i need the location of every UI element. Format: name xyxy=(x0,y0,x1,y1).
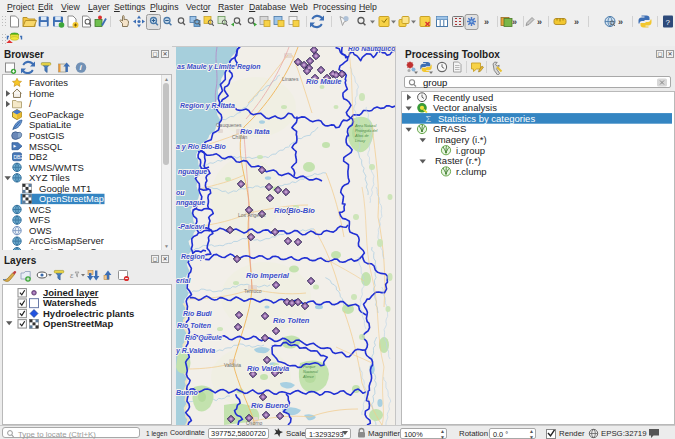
svg-text:nngague: nngague xyxy=(176,199,205,207)
svg-text:Protegida del: Protegida del xyxy=(355,129,378,133)
svg-text:SpatiaLite: SpatiaLite xyxy=(29,119,71,130)
svg-text:Río Bueno: Río Bueno xyxy=(251,401,289,410)
svg-text:group: group xyxy=(423,77,447,88)
svg-text:Favorites: Favorites xyxy=(29,77,68,88)
svg-text:Valdivia: Valdivia xyxy=(224,362,241,368)
svg-text:a y Rio Bio-Bio: a y Rio Bio-Bio xyxy=(176,143,227,151)
svg-text:Los Ángeles: Los Ángeles xyxy=(238,212,266,218)
svg-text:Altos de: Altos de xyxy=(354,134,369,138)
svg-text:Raster (r.*): Raster (r.*) xyxy=(435,155,481,166)
svg-text:Statistics by categories: Statistics by categories xyxy=(438,113,535,124)
svg-text:XYZ Tiles: XYZ Tiles xyxy=(29,172,70,183)
svg-text:Río Maule: Río Maule xyxy=(306,77,341,86)
svg-text:Imagery (i.*): Imagery (i.*) xyxy=(435,134,487,145)
svg-text:y R.Valdivia: y R.Valdivia xyxy=(176,347,215,355)
svg-text:Temuco: Temuco xyxy=(244,288,262,294)
svg-text:MSSQL: MSSQL xyxy=(29,141,62,152)
svg-text:-Paicavi: -Paicavi xyxy=(178,223,206,230)
svg-text:Watersheds: Watersheds xyxy=(43,297,97,308)
svg-text:ArcGisMapServer: ArcGisMapServer xyxy=(29,235,104,246)
svg-text:Cauquenes: Cauquenes xyxy=(216,122,242,128)
svg-text:Lircay: Lircay xyxy=(355,139,366,143)
svg-text:r.clump: r.clump xyxy=(456,166,487,177)
svg-text:/: / xyxy=(29,98,32,109)
svg-text:OWS: OWS xyxy=(29,225,52,236)
svg-text:Río Tolten: Río Tolten xyxy=(273,316,310,325)
svg-text:Chillán: Chillán xyxy=(232,134,248,140)
svg-text:WFS: WFS xyxy=(29,214,50,225)
svg-text:»: » xyxy=(537,17,542,27)
svg-text:Σ: Σ xyxy=(426,114,432,124)
svg-text:erial: erial xyxy=(176,277,191,284)
svg-text:Río Queule: Río Queule xyxy=(185,334,222,342)
svg-text:Joined layer: Joined layer xyxy=(43,287,99,298)
svg-text:DB2: DB2 xyxy=(29,151,47,162)
svg-text:Río Valdivia: Río Valdivia xyxy=(247,364,289,373)
svg-text:»: » xyxy=(618,17,623,27)
svg-text:Parque: Parque xyxy=(303,365,315,369)
svg-text:Google MT1: Google MT1 xyxy=(39,183,91,194)
svg-text:OpenStreetMap: OpenStreetMap xyxy=(43,318,113,329)
svg-text:Region y R. Itata: Region y R. Itata xyxy=(180,102,235,110)
svg-text:Río Tolten: Río Tolten xyxy=(177,322,211,329)
svg-text:Linares: Linares xyxy=(282,76,299,82)
svg-text:WCS: WCS xyxy=(29,204,51,215)
svg-text:»: » xyxy=(484,17,489,27)
svg-text:»: » xyxy=(574,17,579,27)
svg-text:ε: ε xyxy=(70,271,74,280)
svg-text:i.group: i.group xyxy=(456,145,485,156)
svg-text:Río Budi: Río Budi xyxy=(183,310,213,317)
svg-text:nguague: nguague xyxy=(178,168,207,176)
svg-text:Alerce: Alerce xyxy=(302,375,314,379)
svg-text:?: ? xyxy=(666,18,671,27)
svg-text:as Maule y Limite Region: as Maule y Limite Region xyxy=(177,63,261,71)
svg-text:Río Imperial: Río Imperial xyxy=(246,271,290,280)
svg-text:»: » xyxy=(512,17,517,27)
svg-text:Bueno: Bueno xyxy=(176,389,199,396)
svg-text:GRASS: GRASS xyxy=(433,123,466,134)
svg-text:Vector analysis: Vector analysis xyxy=(433,102,497,113)
svg-text:Recently used: Recently used xyxy=(433,92,493,103)
svg-text:GeoPackage: GeoPackage xyxy=(29,109,84,120)
svg-text:DB2: DB2 xyxy=(13,154,23,160)
svg-text:PostGIS: PostGIS xyxy=(29,130,64,141)
svg-text:Region: Region xyxy=(181,253,205,261)
svg-text:Home: Home xyxy=(29,88,54,99)
svg-text:Hydroelectric plants: Hydroelectric plants xyxy=(43,308,134,319)
svg-text:Nacional: Nacional xyxy=(303,370,318,374)
svg-text:OpenStreetMap: OpenStreetMap xyxy=(39,194,104,204)
svg-text:WMS/WMTS: WMS/WMTS xyxy=(29,162,84,173)
svg-text:ou: ou xyxy=(176,189,185,196)
svg-text:Río Bio-Bio: Río Bio-Bio xyxy=(274,206,315,215)
svg-text:Área Natural: Área Natural xyxy=(354,124,376,128)
